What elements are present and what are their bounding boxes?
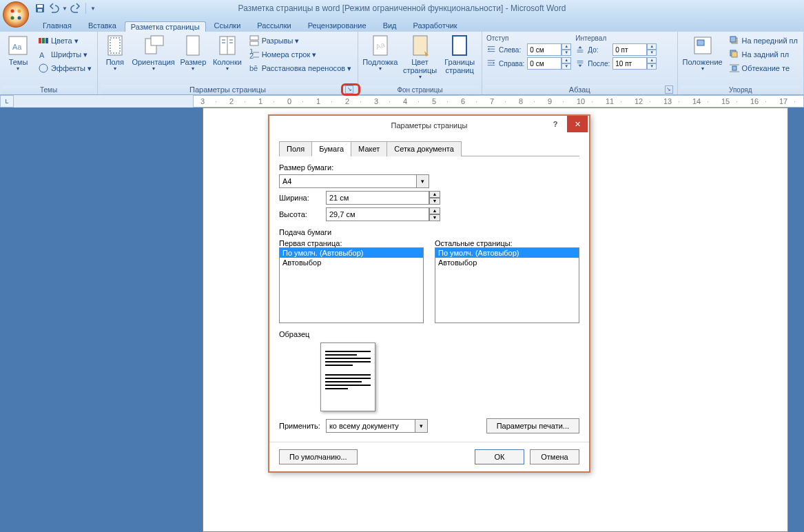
list-item[interactable]: Автовыбор	[280, 258, 423, 267]
other-pages-label: Остальные страницы:	[435, 239, 579, 247]
theme-colors-button[interactable]: Цвета ▾	[37, 34, 93, 47]
group-page-background: AaПодложка▾ Цвет страницы▾ Границы стран…	[358, 32, 482, 94]
dialog-tab-margins[interactable]: Поля	[279, 141, 312, 156]
margins-icon	[104, 34, 126, 57]
tab-references[interactable]: Ссылки	[206, 19, 249, 32]
svg-rect-51	[732, 52, 737, 57]
height-input[interactable]: ▲▼	[326, 207, 440, 221]
watermark-button[interactable]: AaПодложка▾	[361, 33, 400, 74]
themes-button[interactable]: Aa Темы▾	[3, 33, 34, 74]
tab-review[interactable]: Рецензирование	[300, 19, 375, 32]
tab-view[interactable]: Вид	[375, 19, 405, 32]
theme-fonts-button[interactable]: AШрифты ▾	[37, 48, 93, 61]
indent-left-input[interactable]: ▲▼	[527, 43, 571, 56]
colors-icon	[38, 35, 49, 46]
page-borders-button[interactable]: Границы страниц	[440, 33, 479, 76]
apply-label: Применить:	[279, 422, 320, 430]
line-numbers-button[interactable]: 12Номера строк ▾	[247, 48, 353, 61]
columns-button[interactable]: Колонки▾	[210, 33, 245, 74]
spacing-before-input[interactable]: ▲▼	[612, 43, 657, 56]
tab-insert[interactable]: Вставка	[80, 19, 125, 32]
page-color-button[interactable]: Цвет страницы▾	[401, 33, 440, 82]
bring-front-button[interactable]: На передний пл	[728, 34, 799, 47]
breaks-button[interactable]: Разрывы ▾	[247, 34, 353, 47]
ok-button[interactable]: ОК	[475, 449, 524, 464]
group-label-paragraph: Абзац↘	[485, 85, 674, 94]
ruler-corner[interactable]: L	[0, 95, 14, 108]
print-options-button[interactable]: Параметры печати...	[486, 418, 579, 433]
undo-icon[interactable]	[48, 3, 59, 14]
columns-icon	[216, 34, 238, 57]
ruler-area: L 3·2·1·0·1·2·3·4·5·6·7·8·9·10·11·12·13·…	[0, 95, 804, 108]
svg-rect-11	[45, 38, 48, 43]
default-button[interactable]: По умолчанию...	[279, 449, 358, 464]
list-item[interactable]: Автовыбор	[435, 258, 579, 267]
watermark-icon: Aa	[369, 34, 391, 57]
svg-rect-49	[730, 37, 736, 42]
dialog-titlebar[interactable]: Параметры страницы ? ✕	[269, 116, 589, 135]
dialog-tab-grid[interactable]: Сетка документа	[386, 141, 462, 156]
titlebar: ▼ ▼ Разметка страницы в word [Режим огра…	[0, 0, 804, 17]
window-title: Разметка страницы в word [Режим ограниче…	[238, 3, 566, 13]
svg-rect-26	[250, 41, 258, 45]
dialog-tab-layout[interactable]: Макет	[351, 141, 387, 156]
group-label-arrange: Упоряд	[681, 85, 801, 94]
text-wrap-button[interactable]: Обтекание те	[728, 62, 799, 74]
spacing-before-icon	[575, 45, 585, 54]
svg-rect-10	[42, 38, 45, 43]
dropdown-icon[interactable]: ▼	[62, 6, 68, 12]
svg-rect-52	[732, 66, 736, 70]
svg-text:Aa: Aa	[12, 43, 22, 51]
tab-home[interactable]: Главная	[34, 19, 80, 32]
page-color-icon	[409, 34, 431, 57]
save-icon[interactable]	[34, 3, 45, 14]
group-paragraph: Отступ Слева: ▲▼ Справа: ▲▼ Интервал До:…	[482, 32, 678, 94]
office-button[interactable]	[3, 1, 29, 28]
group-page-setup: Поля▾ Ориентация▾ Размер▾ Колонки▾ Разры…	[98, 32, 358, 94]
svg-point-1	[18, 10, 21, 13]
dialog-close-button[interactable]: ✕	[567, 116, 588, 132]
page-setup-launcher[interactable]: ↘	[345, 85, 353, 94]
ribbon-tabs: Главная Вставка Разметка страницы Ссылки…	[0, 17, 804, 32]
sample-label: Образец	[279, 330, 579, 338]
dialog-tab-paper[interactable]: Бумага	[311, 141, 351, 156]
group-label-themes: Темы	[3, 85, 94, 94]
paper-size-select[interactable]: ▾	[279, 174, 579, 188]
paragraph-launcher[interactable]: ↘	[665, 85, 673, 94]
svg-text:2: 2	[249, 52, 254, 60]
apply-to-select[interactable]: ▾	[326, 419, 428, 433]
tab-page-layout[interactable]: Разметка страницы	[125, 21, 206, 32]
size-button[interactable]: Размер▾	[178, 33, 209, 74]
redo-icon[interactable]	[70, 3, 81, 14]
tab-developer[interactable]: Разработчик	[405, 19, 466, 32]
fonts-icon: A	[38, 49, 49, 60]
width-input[interactable]: ▲▼	[326, 191, 440, 205]
margins-button[interactable]: Поля▾	[101, 33, 130, 74]
other-pages-listbox[interactable]: По умолч. (Автовыбор) Автовыбор	[435, 247, 579, 323]
first-page-listbox[interactable]: По умолч. (Автовыбор) Автовыбор	[279, 247, 424, 323]
list-item[interactable]: По умолч. (Автовыбор)	[280, 248, 423, 258]
qat-customize-icon[interactable]: ▼	[90, 6, 96, 12]
svg-point-13	[39, 64, 48, 72]
theme-effects-button[interactable]: Эффекты ▾	[37, 62, 93, 74]
indent-left-icon	[486, 45, 496, 54]
svg-rect-25	[250, 36, 258, 40]
preview-thumbnail	[320, 342, 375, 411]
indent-right-input[interactable]: ▲▼	[527, 57, 571, 70]
position-button[interactable]: Положение▾	[681, 33, 725, 74]
svg-rect-18	[187, 36, 199, 55]
svg-rect-5	[37, 5, 43, 8]
page-setup-dialog: Параметры страницы ? ✕ Поля Бумага Макет…	[268, 114, 590, 473]
spacing-after-input[interactable]: ▲▼	[612, 57, 657, 70]
send-back-button[interactable]: На задний пл	[728, 48, 799, 61]
svg-text:bē: bē	[249, 64, 258, 72]
hyphenation-button[interactable]: bēРасстановка переносов ▾	[247, 62, 353, 74]
list-item[interactable]: По умолч. (Автовыбор)	[435, 248, 579, 258]
horizontal-ruler[interactable]: 3·2·1·0·1·2·3·4·5·6·7·8·9·10·11·12·13·14…	[193, 95, 804, 108]
cancel-button[interactable]: Отмена	[530, 449, 579, 464]
svg-text:A: A	[39, 51, 45, 59]
orientation-button[interactable]: Ориентация▾	[131, 33, 176, 74]
tab-mailings[interactable]: Рассылки	[249, 19, 299, 32]
svg-point-0	[11, 10, 14, 13]
dialog-help-button[interactable]: ?	[545, 116, 566, 132]
